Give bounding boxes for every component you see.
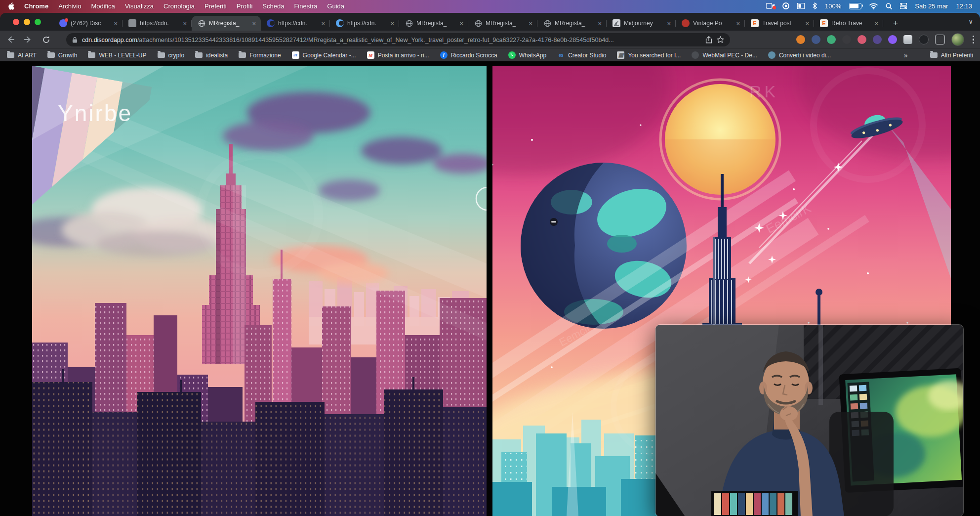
shield-app-icon[interactable]	[782, 2, 789, 9]
menu-modifica[interactable]: Modifica	[91, 2, 115, 10]
new-tab-button[interactable]: +	[889, 17, 902, 30]
tab-close-icon[interactable]: ×	[251, 20, 257, 27]
bookmark-folder-crypto[interactable]: crypto	[158, 52, 185, 59]
menu-guida[interactable]: Guida	[327, 2, 344, 10]
extension-icon-orange[interactable]	[796, 35, 805, 44]
extension-icon-violet[interactable]	[873, 35, 882, 44]
bookmark-folder-formazione[interactable]: Formazione	[239, 52, 281, 59]
tab-close-icon[interactable]: ×	[113, 20, 119, 27]
tab-close-icon[interactable]: ×	[458, 20, 464, 27]
other-bookmarks[interactable]: Altri Preferiti	[930, 52, 973, 59]
tab-vintage-posters[interactable]: Vintage Po×	[676, 16, 745, 31]
profile-avatar[interactable]	[951, 33, 964, 46]
bookmark-folder-idealista[interactable]: idealista	[195, 52, 228, 59]
extension-icon-pink[interactable]	[858, 35, 866, 44]
extension-icon-purple[interactable]	[888, 35, 897, 44]
bookmark-whatsapp[interactable]: WhatsApp	[508, 51, 546, 59]
tab-midjourney[interactable]: Midjourney×	[607, 16, 676, 31]
address-bar[interactable]: cdn.discordapp.com/attachments/101351233…	[66, 33, 730, 46]
extension-icon-green[interactable]	[827, 35, 836, 44]
minimize-window-button[interactable]	[24, 19, 30, 25]
menu-date[interactable]: Sab 25 mar	[915, 2, 948, 10]
control-center-icon[interactable]	[900, 3, 907, 9]
bookmark-gmail-inbox[interactable]: MPosta in arrivo - ri...	[367, 51, 429, 59]
bookmark-you-searched[interactable]: ▦You searched for I...	[617, 51, 681, 59]
tab-search-chevron[interactable]: ∨	[968, 18, 973, 25]
tab-cdn-1[interactable]: https://cdn.×	[122, 16, 192, 31]
lower-monitor	[711, 491, 798, 516]
bookmarks-overflow-chevron[interactable]: »	[904, 51, 908, 59]
tab-close-icon[interactable]: ×	[597, 20, 603, 27]
tab-etsy-retro-travel[interactable]: ERetro Trave×	[814, 16, 883, 31]
tab-close-icon[interactable]: ×	[666, 20, 672, 27]
tab-close-icon[interactable]: ×	[182, 20, 188, 27]
reload-button[interactable]	[39, 32, 53, 47]
extension-icon-blue[interactable]	[812, 35, 820, 44]
tab-cdn-2[interactable]: https://cdn.×	[261, 16, 330, 31]
tab-close-icon[interactable]: ×	[873, 20, 879, 27]
lock-icon[interactable]	[72, 37, 78, 43]
forward-button[interactable]	[21, 32, 36, 47]
screen: Chrome Archivio Modifica Visualizza Cron…	[0, 0, 980, 516]
menu-preferiti[interactable]: Preferiti	[204, 2, 227, 10]
menu-cronologia[interactable]: Cronologia	[163, 2, 195, 10]
wifi-icon[interactable]	[869, 3, 878, 9]
share-icon[interactable]	[705, 36, 712, 43]
browser-toolbar: cdn.discordapp.com/attachments/101351233…	[0, 31, 980, 48]
webcam-overlay	[655, 324, 964, 516]
extension-icon-grid[interactable]	[903, 35, 912, 44]
back-button[interactable]	[3, 32, 18, 47]
menu-profili[interactable]: Profili	[237, 2, 253, 10]
spotlight-search-icon[interactable]	[886, 3, 892, 9]
video-converter-icon	[768, 51, 776, 59]
apple-logo-icon[interactable]	[8, 2, 14, 10]
left-poster-image[interactable]: Ynirbe	[32, 66, 487, 516]
menu-finestra[interactable]: Finestra	[294, 2, 317, 10]
menu-archivio[interactable]: Archivio	[58, 2, 81, 10]
folder-icon	[158, 52, 165, 58]
tab-mrregista-4[interactable]: MRregista_×	[537, 16, 607, 31]
window-manager-icon[interactable]	[797, 3, 805, 9]
tab-close-icon[interactable]: ×	[528, 20, 533, 27]
tab-cdn-3[interactable]: https://cdn.×	[330, 16, 399, 31]
bookmarks-bar: AI ART Growth WEB - LEVEL-UP crypto idea…	[0, 48, 980, 61]
extension-icon-dark[interactable]	[842, 35, 851, 44]
bookmark-webmail-pec[interactable]: WebMail PEC - De...	[692, 51, 757, 59]
screen-record-icon[interactable]	[766, 3, 775, 9]
extension-icon-black[interactable]	[919, 35, 929, 44]
bookmark-creator-studio[interactable]: ∞Creator Studio	[557, 51, 606, 59]
tab-close-icon[interactable]: ×	[804, 20, 810, 27]
bookmark-google-calendar[interactable]: 31Google Calendar -...	[292, 51, 356, 59]
tab-discord[interactable]: (2762) Disc×	[53, 16, 122, 31]
url-path: /attachments/1013512335442333816/1089144…	[137, 37, 614, 43]
close-window-button[interactable]	[13, 19, 19, 25]
gmail-icon: M	[367, 51, 374, 59]
tab-close-icon[interactable]: ×	[389, 20, 395, 27]
bookmark-folder-web-level-up[interactable]: WEB - LEVEL-UP	[88, 52, 146, 59]
bookmark-facebook-profile[interactable]: fRiccardo Scrocca	[440, 51, 497, 59]
menu-chrome[interactable]: Chrome	[24, 2, 48, 10]
tab-mrregista-2[interactable]: MRregista_×	[399, 16, 468, 31]
menu-visualizza[interactable]: Visualizza	[125, 2, 154, 10]
folder-icon	[930, 52, 938, 58]
tab-mrregista-active[interactable]: MRregista_×	[192, 16, 261, 31]
tab-etsy-travel-posters[interactable]: ETravel post×	[745, 16, 814, 31]
ear	[759, 382, 767, 394]
bookmark-folder-growth[interactable]: Growth	[47, 52, 78, 59]
tab-close-icon[interactable]: ×	[735, 20, 741, 27]
menu-clock[interactable]: 12:13	[956, 2, 972, 10]
bookmark-star-icon[interactable]	[717, 36, 724, 43]
zoom-window-button[interactable]	[35, 19, 41, 25]
tab-mrregista-3[interactable]: MRregista_×	[468, 16, 537, 31]
bluetooth-icon[interactable]	[813, 2, 817, 9]
extension-icon-square[interactable]	[935, 35, 945, 44]
url-text[interactable]: cdn.discordapp.com/attachments/101351233…	[82, 37, 701, 43]
extensions-row	[796, 33, 977, 46]
bookmark-folder-ai-art[interactable]: AI ART	[7, 52, 37, 59]
calendar-icon: 31	[292, 51, 299, 59]
bookmark-converti-video[interactable]: Converti i video di...	[768, 51, 831, 59]
facebook-icon: f	[440, 51, 448, 59]
browser-menu-icon[interactable]	[971, 36, 977, 44]
menu-scheda[interactable]: Scheda	[262, 2, 284, 10]
tab-close-icon[interactable]: ×	[320, 20, 326, 27]
